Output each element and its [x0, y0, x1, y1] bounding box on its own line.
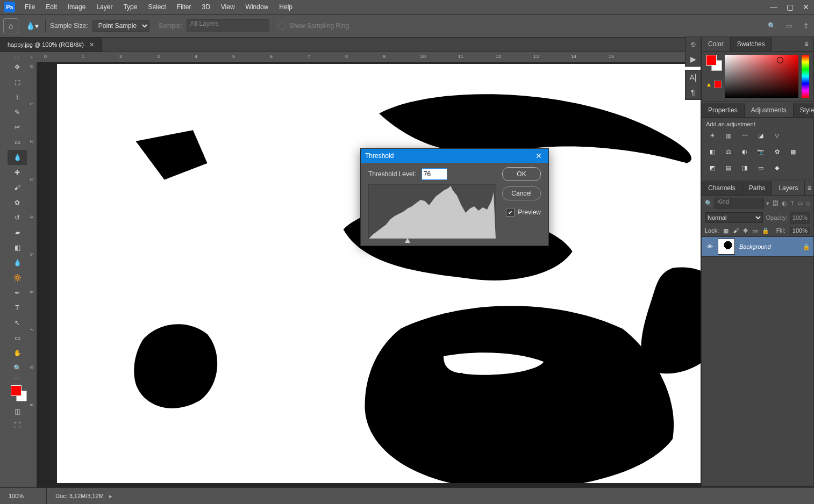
adjust-selective-color-icon[interactable]: ◆ [772, 163, 782, 172]
zoom-field[interactable]: 100% [0, 488, 47, 504]
edit-toolbar-button[interactable]: ⋯ [8, 376, 27, 381]
panel-fgbg-colors[interactable] [706, 55, 721, 74]
document-info[interactable]: Doc: 3,12M/3,12M [47, 493, 104, 499]
adjust-gradient-map-icon[interactable]: ▭ [755, 163, 766, 172]
tab-layers[interactable]: Layers [772, 181, 805, 195]
cancel-button[interactable]: Cancel [502, 186, 541, 200]
dodge-tool[interactable]: 🔆 [8, 270, 27, 285]
panel-menu-icon[interactable]: ≡ [805, 181, 813, 195]
hue-slider[interactable] [802, 55, 809, 98]
tab-swatches[interactable]: Swatches [731, 37, 772, 51]
layer-visibility-icon[interactable]: 👁 [702, 243, 718, 250]
layer-list[interactable]: 👁 Background 🔒 [702, 237, 813, 486]
current-tool-indicator[interactable]: 💧▾ [23, 19, 46, 33]
menu-select[interactable]: Select [142, 0, 171, 14]
brush-tool[interactable]: 🖌 [8, 180, 27, 195]
rectangle-tool[interactable]: ▭ [8, 330, 27, 345]
ruler-origin[interactable]: + [27, 52, 37, 62]
adjust-curves-icon[interactable]: 〰 [739, 131, 750, 140]
toolbar-grip-icon[interactable]: ›› [8, 54, 27, 60]
menu-help[interactable]: Help [274, 0, 298, 14]
panel-fg-swatch[interactable] [706, 55, 717, 66]
document-canvas[interactable] [57, 64, 809, 483]
adjust-channel-mixer-icon[interactable]: ✿ [772, 147, 782, 156]
clone-stamp-tool[interactable]: ✿ [8, 195, 27, 210]
zoom-tool[interactable]: 🔍 [8, 361, 27, 376]
layer-thumbnail[interactable] [718, 239, 735, 255]
frame-tool[interactable]: ▭ [8, 135, 27, 150]
adjust-threshold-icon[interactable]: ◨ [739, 163, 750, 172]
pen-tool[interactable]: ✒ [8, 285, 27, 300]
threshold-slider[interactable] [368, 238, 495, 244]
adjust-brightness-icon[interactable]: ☀ [707, 131, 718, 140]
threshold-level-input[interactable] [422, 168, 447, 180]
menu-layer[interactable]: Layer [91, 0, 118, 14]
tab-channels[interactable]: Channels [702, 181, 742, 195]
filter-smart-icon[interactable]: ◇ [806, 200, 810, 207]
quick-select-tool[interactable]: ✎ [8, 105, 27, 120]
layer-name[interactable]: Background [739, 243, 799, 250]
lock-transparency-icon[interactable]: ▦ [723, 227, 729, 234]
fill-value[interactable]: 100% [790, 227, 810, 234]
gradient-tool[interactable]: ◧ [8, 240, 27, 255]
search-icon[interactable]: 🔍 [767, 21, 776, 31]
history-panel-icon[interactable]: ⎋ [691, 40, 695, 48]
menu-window[interactable]: Window [240, 0, 274, 14]
character-panel-icon[interactable]: A| [690, 74, 697, 81]
color-field[interactable] [725, 55, 798, 98]
layer-filter-kind[interactable]: 🔍 Kind ▾ [705, 198, 769, 208]
lasso-tool[interactable]: ⌇ [8, 90, 27, 105]
adjust-bw-icon[interactable]: ◐ [739, 147, 750, 156]
tab-color[interactable]: Color [702, 37, 731, 51]
eyedropper-tool[interactable]: 💧 [8, 150, 27, 165]
menu-filter[interactable]: Filter [172, 0, 197, 14]
dialog-close-button[interactable]: ✕ [533, 152, 544, 160]
workspace-switcher-button[interactable]: ▭ [784, 21, 794, 31]
menu-3d[interactable]: 3D [196, 0, 215, 14]
share-button[interactable]: ⇪ [801, 21, 811, 31]
foreground-color-swatch[interactable] [11, 385, 22, 396]
status-menu-icon[interactable]: ▸ [109, 493, 112, 500]
adjust-lut-icon[interactable]: ▦ [788, 147, 798, 156]
healing-brush-tool[interactable]: ✚ [8, 165, 27, 180]
window-maximize-button[interactable]: ▢ [782, 0, 798, 14]
menu-file[interactable]: File [19, 0, 40, 14]
adjust-exposure-icon[interactable]: ◪ [755, 131, 766, 140]
crop-tool[interactable]: ✂ [8, 120, 27, 135]
move-tool[interactable]: ✥ [8, 60, 27, 75]
opacity-value[interactable]: 100% [790, 212, 810, 224]
show-sampling-ring-checkbox[interactable]: Show Sampling Ring [279, 22, 349, 30]
lock-all-icon[interactable]: 🔒 [762, 227, 769, 234]
menu-type[interactable]: Type [118, 0, 142, 14]
path-select-tool[interactable]: ↖ [8, 315, 27, 330]
foreground-background-colors[interactable] [8, 383, 27, 405]
dialog-title-bar[interactable]: Threshold ✕ [361, 149, 548, 163]
filter-shape-icon[interactable]: ▭ [797, 200, 803, 207]
lock-position-icon[interactable]: ✥ [743, 227, 748, 234]
hand-tool[interactable]: ✋ [8, 345, 27, 361]
lock-artboard-icon[interactable]: ▭ [752, 227, 758, 234]
tab-properties[interactable]: Properties [702, 103, 745, 117]
layer-row-background[interactable]: 👁 Background 🔒 [702, 237, 813, 257]
blend-mode-select[interactable]: Normal [705, 212, 763, 223]
filter-adjustment-icon[interactable]: ◐ [782, 200, 787, 207]
filter-type-icon[interactable]: T [790, 200, 794, 206]
ok-button[interactable]: OK [502, 167, 541, 181]
tab-adjustments[interactable]: Adjustments [745, 103, 794, 117]
adjust-vibrance-icon[interactable]: ▽ [772, 131, 782, 140]
sample-size-select[interactable]: Point Sample [92, 20, 149, 32]
lock-pixels-icon[interactable]: 🖌 [733, 227, 739, 234]
home-button[interactable]: ⌂ [3, 18, 18, 33]
paragraph-panel-icon[interactable]: ¶ [691, 89, 695, 96]
history-brush-tool[interactable]: ↺ [8, 210, 27, 225]
blur-tool[interactable]: 💧 [8, 255, 27, 270]
ruler-vertical[interactable]: 0 1 2 3 4 5 6 7 8 9 [27, 62, 37, 488]
menu-edit[interactable]: Edit [40, 0, 62, 14]
closest-color-swatch[interactable] [714, 81, 722, 88]
document-tab[interactable]: happy.jpg @ 100% (RGB/8#) ✕ [0, 37, 102, 52]
window-close-button[interactable]: ✕ [798, 0, 814, 14]
adjust-hue-icon[interactable]: ◧ [707, 147, 718, 156]
quickmask-button[interactable]: ◫ [8, 405, 27, 419]
tab-paths[interactable]: Paths [742, 181, 773, 195]
layer-locked-icon[interactable]: 🔒 [799, 243, 813, 250]
